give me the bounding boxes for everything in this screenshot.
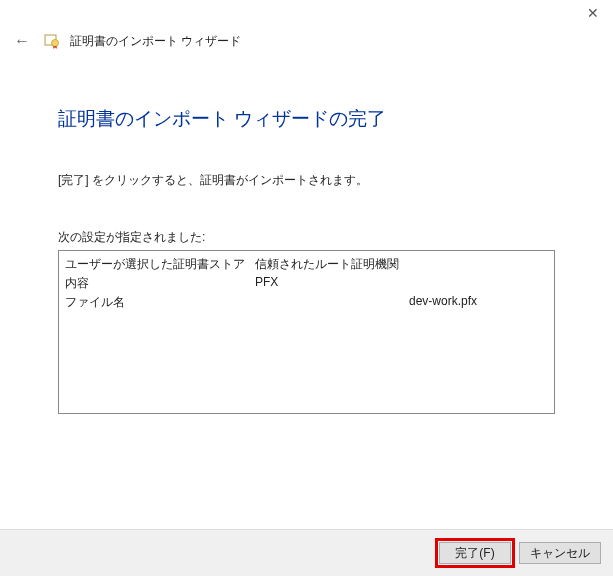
settings-table: ユーザーが選択した証明書ストア 信頼されたルート証明機関 内容 PFX ファイル… <box>65 255 487 312</box>
back-arrow-icon[interactable]: ← <box>10 30 34 52</box>
setting-key: ファイル名 <box>65 293 255 312</box>
settings-summary-box[interactable]: ユーザーが選択した証明書ストア 信頼されたルート証明機関 内容 PFX ファイル… <box>58 250 555 414</box>
certificate-icon <box>44 33 60 49</box>
title-bar: ✕ <box>0 0 613 26</box>
setting-value-2: dev-work.pfx <box>409 293 487 312</box>
close-icon[interactable]: ✕ <box>581 4 605 22</box>
svg-point-1 <box>52 40 59 47</box>
table-row: 内容 PFX <box>65 274 487 293</box>
window-title: 証明書のインポート ウィザード <box>70 33 241 50</box>
setting-key: ユーザーが選択した証明書ストア <box>65 255 255 274</box>
setting-value <box>255 293 409 312</box>
table-row: ユーザーが選択した証明書ストア 信頼されたルート証明機関 <box>65 255 487 274</box>
content-area: 証明書のインポート ウィザードの完了 [完了] をクリックすると、証明書がインポ… <box>0 64 613 414</box>
finish-button[interactable]: 完了(F) <box>439 542 511 564</box>
setting-value-2 <box>409 274 487 293</box>
page-heading: 証明書のインポート ウィザードの完了 <box>58 106 555 132</box>
setting-value: PFX <box>255 274 409 293</box>
setting-key: 内容 <box>65 274 255 293</box>
setting-value: 信頼されたルート証明機関 <box>255 255 409 274</box>
header-bar: ← 証明書のインポート ウィザード <box>0 26 613 64</box>
settings-label: 次の設定が指定されました: <box>58 229 555 246</box>
cancel-button[interactable]: キャンセル <box>519 542 601 564</box>
setting-value-2 <box>409 255 487 274</box>
table-row: ファイル名 dev-work.pfx <box>65 293 487 312</box>
dialog-footer: 完了(F) キャンセル <box>0 529 613 576</box>
instruction-text: [完了] をクリックすると、証明書がインポートされます。 <box>58 172 555 189</box>
